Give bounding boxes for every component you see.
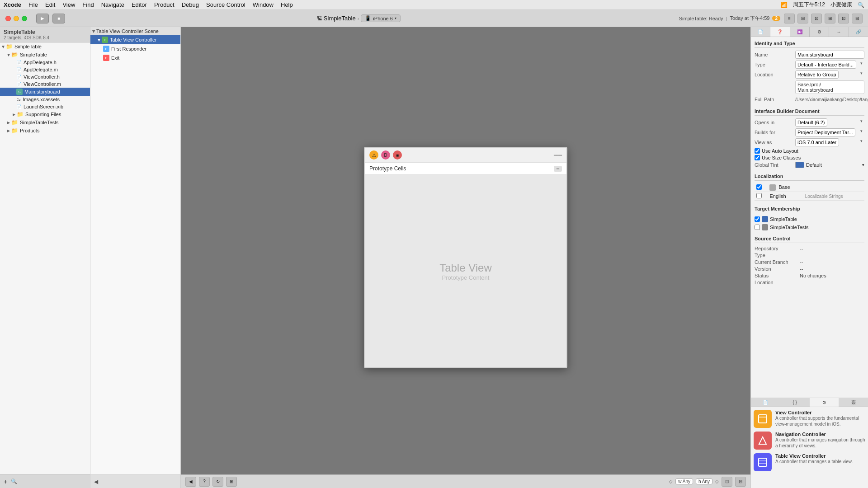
menu-debug[interactable]: Debug [182, 1, 199, 8]
tab-size[interactable]: ↔ [829, 27, 849, 37]
height-any-badge: h Any [696, 479, 712, 484]
minimize-button[interactable] [14, 16, 19, 21]
lib-nav-text: Navigation Controller A controller that … [775, 432, 865, 449]
warning-badge[interactable]: 2 [772, 16, 780, 21]
lib-tab-objects[interactable]: ⊙ [810, 398, 839, 407]
tab-attributes[interactable]: ⚙ [810, 27, 829, 37]
run-button[interactable]: ▶ [36, 14, 49, 23]
delegate-icon[interactable]: D [381, 150, 390, 160]
sidebar-item-simpletable-group[interactable]: ▶ 📂 SimpleTable [0, 51, 90, 59]
use-auto-layout-checkbox[interactable] [755, 148, 760, 154]
menu-editor[interactable]: Editor [132, 1, 147, 8]
tab-identity[interactable]: 🆔 [790, 27, 810, 37]
sidebar-item-supporting-files[interactable]: ▶ 📁 Supporting Files [0, 110, 90, 118]
base-checkbox[interactable] [756, 184, 762, 190]
sidebar-item-images-xcassets[interactable]: 🗂 Images.xcassets [0, 96, 90, 103]
title-right-icons: ≡ ⊟ ⊡ ⊞ ⊡ ⊟ [784, 14, 863, 23]
lib-tab-file[interactable]: 📄 [751, 398, 780, 407]
view-as-select[interactable]: iOS 7.0 and Later [795, 138, 839, 146]
menu-find[interactable]: Find [82, 1, 94, 8]
sidebar-item-viewcontroller-m[interactable]: 📄 ViewController.m [0, 80, 90, 88]
canvas-layout-btn[interactable]: ⊡ [722, 477, 732, 487]
chevron-products-icon: ▶ [7, 129, 10, 133]
english-checkbox[interactable] [756, 193, 762, 198]
canvas-help-btn[interactable]: ? [199, 477, 210, 487]
sidebar-label-main-storyboard: Main.storyboard [24, 89, 60, 94]
sidebar-item-products[interactable]: ▶ 📁 Products [0, 127, 90, 135]
menu-product[interactable]: Product [154, 1, 175, 8]
use-size-classes-label: Use Size Classes [762, 155, 801, 160]
tint-color-box[interactable] [795, 162, 804, 168]
base-path-row: Base.lproj/ Main.storyboard [755, 80, 864, 94]
scene-nav-left[interactable]: ◀ [94, 479, 98, 485]
layout-btn3[interactable]: ⊟ [852, 14, 863, 23]
menu-view[interactable]: View [62, 1, 75, 8]
filter-input[interactable]: 🔍 [11, 479, 17, 484]
scene-tvc[interactable]: ▶ T Table View Controller [90, 35, 180, 44]
builds-for-select[interactable]: Project Deployment Tar... [795, 128, 855, 136]
xib-icon: 📄 [16, 104, 22, 109]
canvas-zoom-out-btn[interactable]: ⊟ [735, 477, 746, 487]
sidebar-item-simpletable[interactable]: ▶ 📁 SimpleTable [0, 42, 90, 51]
opens-in-select[interactable]: Default (6.2) [795, 118, 827, 127]
sidebar-item-simpletabletests[interactable]: ▶ 📁 SimpleTableTests [0, 118, 90, 127]
sidebar-label-appdelegate-m: AppDelegate.m [24, 67, 58, 72]
tab-file[interactable]: 📄 [751, 27, 770, 37]
menu-app[interactable]: Xcode [4, 1, 21, 8]
menu-edit[interactable]: Edit [45, 1, 55, 8]
canvas-zoom-btn[interactable]: ⊞ [226, 477, 237, 487]
tab-quick-help[interactable]: ❓ [770, 27, 790, 37]
canvas-refresh-btn[interactable]: ↻ [212, 477, 223, 487]
scene-exit[interactable]: E Exit [90, 53, 180, 62]
view-as-label: View as [755, 140, 795, 145]
layout-btn2[interactable]: ⊡ [838, 14, 849, 23]
target-tests-checkbox[interactable] [755, 225, 760, 230]
canvas-back-btn[interactable]: ◀ [185, 477, 196, 487]
menu-source-control[interactable]: Source Control [206, 1, 245, 8]
chevron-tests-icon: ▶ [7, 121, 10, 125]
menu-window[interactable]: Window [253, 1, 274, 8]
tab-connections[interactable]: 🔗 [849, 27, 868, 37]
lib-tab-media[interactable]: 🖼 [839, 398, 868, 407]
close-button[interactable] [5, 16, 11, 21]
header-file-icon: 📄 [16, 60, 22, 65]
target-simpletable-checkbox[interactable] [755, 216, 760, 222]
menu-search[interactable]: 🔍 [858, 2, 864, 8]
sidebar-item-launchscreen-xib[interactable]: 📄 LaunchScreen.xib [0, 103, 90, 110]
tint-arrow[interactable]: ▾ [862, 163, 864, 167]
use-auto-layout-row: Use Auto Layout [755, 148, 864, 154]
more-icon[interactable]: ━━━ [554, 153, 562, 158]
menu-help[interactable]: Help [281, 1, 293, 8]
sidebar-item-main-storyboard[interactable]: S Main.storyboard [0, 88, 90, 96]
stop-button[interactable]: ■ [52, 14, 65, 23]
stop-icon[interactable]: ■ [393, 150, 402, 160]
navigator-toggle[interactable]: ≡ [784, 14, 795, 23]
debug-toggle[interactable]: ⊟ [797, 14, 808, 23]
layout-btn1[interactable]: ⊞ [825, 14, 835, 23]
warning-icon[interactable]: ⚠ [369, 150, 378, 160]
sidebar-item-appdelegate-h[interactable]: 📄 AppDelegate.h [0, 59, 90, 66]
main-area: SimpleTable 2 targets, iOS SDK 8.4 ▶ 📁 S… [0, 27, 868, 488]
scene-outline: ▶ Table View Controller Scene ▶ T Table … [90, 27, 181, 488]
name-input[interactable] [795, 51, 864, 59]
nav-svg-icon [757, 435, 768, 446]
sidebar-item-viewcontroller-h[interactable]: 📄 ViewController.h [0, 73, 90, 80]
add-file-button[interactable]: + [4, 478, 7, 485]
scene-first-responder[interactable]: F First Responder [90, 44, 180, 53]
inspector-toggle[interactable]: ⊡ [811, 14, 822, 23]
use-size-classes-checkbox[interactable] [755, 155, 760, 160]
width-any-badge: w Any [675, 479, 693, 484]
location-select[interactable]: Relative to Group [795, 70, 839, 79]
lib-tab-code[interactable]: { } [780, 398, 810, 407]
type-select[interactable]: Default - Interface Build... [795, 61, 856, 69]
menu-file[interactable]: File [28, 1, 38, 8]
sidebar-item-appdelegate-m[interactable]: 📄 AppDelegate.m [0, 66, 90, 73]
device-selector[interactable]: 📱 iPhone 6 ▾ [361, 14, 400, 22]
traffic-lights [5, 16, 27, 21]
sc-type-label: Type [755, 253, 800, 258]
use-auto-layout-label: Use Auto Layout [762, 148, 798, 154]
folder-icon: 📁 [6, 43, 13, 50]
menu-navigate[interactable]: Navigate [101, 1, 124, 8]
lib-tvc-desc: A controller that manages a table view. [775, 459, 865, 465]
maximize-button[interactable] [22, 16, 27, 21]
